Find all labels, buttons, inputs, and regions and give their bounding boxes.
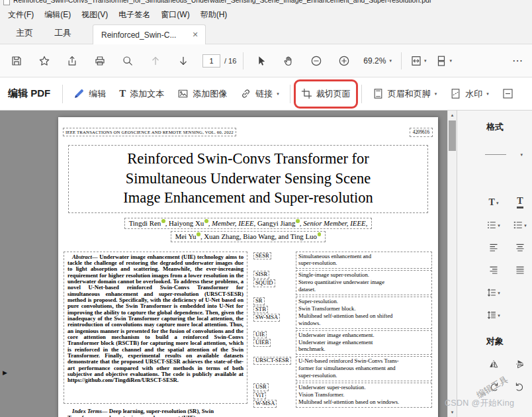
nomenclature-abbr-textbox[interactable]: UIE [253,331,267,339]
tab-tools[interactable]: 工具 [44,22,82,44]
nomenclature-definition-line: super-resolution. [298,259,429,267]
search-icon[interactable] [119,52,136,70]
add-image-label: 添加图像 [193,88,227,100]
chevron-down-icon: ▾ [449,58,452,63]
author-text: Member, IEEE, [212,219,255,227]
nomenclature-definition-line: dataset. [298,286,429,293]
zoom-level-label: 69.2% [363,56,386,66]
numbered-list-button[interactable]: ▾ [510,218,530,232]
paper-title-textbox[interactable]: Reinforced Swin-Convs Transformer for Si… [68,145,428,213]
edit-pdf-title: 编辑 PDF [8,87,50,100]
add-image-button[interactable]: 添加图像 [177,88,227,100]
align-right-button[interactable] [484,263,504,277]
nomenclature-definition-textbox[interactable]: Single-image super-resolution.Stereo qua… [296,270,432,295]
author-text: , Xuan Zhang, Biao Wang, and Ting Luo [200,232,317,240]
page-display-button[interactable]: ▾ [435,55,452,67]
menu-esign[interactable]: 电子签名 [113,8,155,22]
tab-bar: 主页 工具 Reinforced_Swin-C... ✕ [0,22,532,44]
edit-button[interactable]: 编辑 [73,88,106,100]
nomenclature-abbr-textbox[interactable]: SW-MSA [253,314,280,322]
header-footer-label: 页眉和页脚 [388,88,431,100]
paragraph-spacing-icon [487,310,496,320]
nomenclature-definition-line: Underwater image enhancement. [298,332,429,339]
nomenclature-abbr-textbox[interactable]: SISR [253,271,269,279]
article-number-textbox[interactable]: 4209616 [410,128,433,137]
fit-width-button[interactable]: ▾ [410,55,427,67]
toolbar-divider [361,85,362,103]
nomenclature-abbr-textbox[interactable]: URSCT-SESR [253,357,291,365]
share-button[interactable] [64,52,81,70]
select-tool-button[interactable] [252,52,269,70]
add-text-label: 添加文本 [130,88,164,100]
expand-left-panel-arrow[interactable]: ▶ [1,365,9,380]
tab-document[interactable]: Reinforced_Swin-C... ✕ [93,24,206,44]
menu-edit[interactable]: 编辑(E) [39,8,76,22]
bullet-list-button[interactable]: ▾ [484,218,504,232]
nomenclature-abbr-textbox[interactable]: UIEB [253,339,271,347]
nomenclature-abbr-textbox[interactable]: SESR [253,252,271,260]
next-page-button[interactable] [175,52,192,70]
nomenclature-abbr-textbox[interactable]: USR [253,383,269,391]
nomenclature-definition-textbox[interactable]: Super-resolution.Swin Transformer block.… [296,297,432,329]
text-icon: T [119,89,126,99]
scrollbar-thumb[interactable] [449,120,456,151]
menu-view[interactable]: 视图(V) [76,8,113,22]
nomenclature-definition-line: Vision Transformer. [298,391,429,398]
nomenclature-abbr-textbox[interactable]: SR [253,297,265,305]
nomenclature-abbr-textbox[interactable]: SQUID [253,279,275,287]
nomenclature-abbr-textbox[interactable]: STB [253,306,268,314]
font-color-button[interactable]: T [510,195,530,210]
paragraph-spacing-button[interactable]: ▾ [484,308,504,322]
scroll-up-arrow[interactable]: ▲ [448,111,457,120]
flip-vertical-button[interactable] [510,357,530,371]
nomenclature-definition-textbox[interactable]: Underwater super-resolution.Vision Trans… [296,383,432,408]
rotate-right-button[interactable] [510,379,530,394]
more-tools-button[interactable]: ⋯ [512,54,524,67]
vertical-scrollbar[interactable]: ▲ ▼ [447,111,457,417]
menu-window[interactable]: 窗口(W) [155,8,195,22]
link-button[interactable]: 链接 ▾ [240,88,279,100]
align-left-button[interactable] [484,240,504,255]
page-number-input[interactable] [202,54,220,68]
authors-line1-textbox[interactable]: Tingdi Ren, Haiyong Xu, Member, IEEE, Ga… [124,218,373,229]
nomenclature-abbr-textbox[interactable]: ViT [253,392,266,400]
previous-page-button[interactable] [147,52,164,70]
nomenclature-abbr-textbox[interactable]: W-MSA [253,400,277,408]
align-center-icon [515,243,525,252]
nomenclature-definition-textbox[interactable]: U-Net-based reinforced Swin-Convs Trans-… [296,356,432,381]
zoom-out-button[interactable] [308,52,325,70]
authors-line2-textbox[interactable]: Mei Yu, Xuan Zhang, Biao Wang, and Ting … [171,231,326,242]
print-button[interactable] [91,52,109,70]
author-text: , Haiyong Xu [165,219,204,227]
author-text: Gangyi Jiang [255,219,295,227]
line-spacing-button[interactable]: ▾ [484,285,504,300]
font-style-button[interactable]: T ▾ [484,195,504,210]
align-justify-button[interactable] [510,263,530,277]
hand-tool-button[interactable] [280,52,297,70]
watermark-button[interactable]: 水印 ▾ [450,88,489,100]
nomenclature-definition-textbox[interactable]: Underwater image enhancement.Underwater … [296,330,432,355]
more-edit-tools-button[interactable] [502,88,513,99]
abstract-textbox[interactable]: Abstract— Underwater image enhancement (… [64,252,247,404]
header-footer-button[interactable]: 页眉和页脚 ▾ [373,88,437,100]
tab-close-icon[interactable]: ✕ [192,30,198,39]
zoom-level-dropdown[interactable]: 69.2% ▾ [363,56,392,66]
zoom-in-button[interactable] [335,52,353,70]
nomenclature-abbr-column: USRViTW-MSA [253,383,296,408]
nomenclature-definition-line: Simultaneous enhancement and [298,253,429,260]
journal-header-textbox[interactable]: IEEE TRANSACTIONS ON GEOSCIENCE AND REMO… [63,128,236,136]
main-toolbar: / 16 69.2% ▾ ▾ ▾ ⋯ [0,44,532,77]
font-family-dropdown[interactable]: ▾ [485,150,523,158]
tab-home[interactable]: 主页 [5,22,44,44]
flip-horizontal-button[interactable] [484,357,504,371]
menu-file[interactable]: 文件(F) [3,8,39,22]
star-button[interactable] [36,52,53,70]
align-center-button[interactable] [510,240,530,255]
menu-help[interactable]: 帮助(H) [195,8,233,22]
nomenclature-definition-textbox[interactable]: Simultaneous enhancement andsuper-resolu… [296,252,432,269]
scroll-down-arrow[interactable]: ▼ [448,408,457,417]
add-text-button[interactable]: T 添加文本 [119,88,164,100]
crop-pages-button[interactable]: 裁切页面 [301,88,351,100]
save-button[interactable] [8,52,25,70]
title-line: Image Enhancement and Super-resolution [70,188,426,208]
